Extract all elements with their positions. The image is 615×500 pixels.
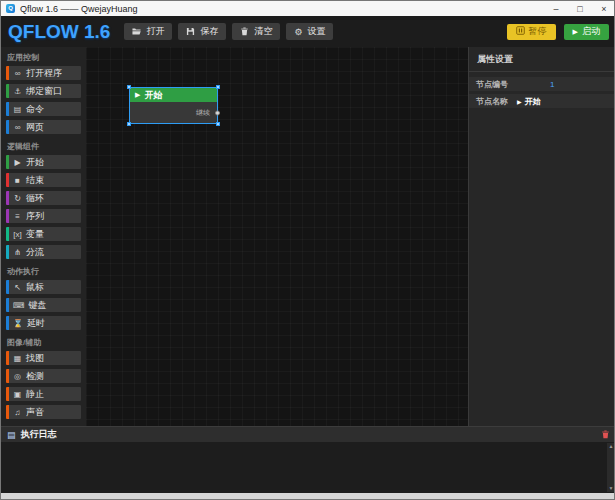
sidebar-item-open-program[interactable]: ∞打开程序 <box>6 66 81 80</box>
sidebar-item-keyboard[interactable]: ⌨键盘 <box>6 298 81 312</box>
detect-icon: ◎ <box>13 372 22 381</box>
toolbar: 打开保存清空⚙设置 <box>124 23 333 40</box>
branch-icon: ⋔ <box>13 248 22 257</box>
scroll-down-icon: ▼ <box>609 485 614 492</box>
save-label: 保存 <box>200 25 218 38</box>
maximize-button[interactable]: □ <box>568 1 592 16</box>
property-label: 节点编号 <box>476 79 508 90</box>
pause-button[interactable]: 暂停 <box>507 24 556 40</box>
image-icon: ▦ <box>13 354 22 363</box>
sidebar-item-label: 结束 <box>26 174 44 187</box>
variable-icon: [x] <box>13 230 22 239</box>
log-icon: ▤ <box>7 430 16 440</box>
anchor-icon: ⚓ <box>13 87 22 96</box>
window-bottom-edge <box>1 493 615 500</box>
start-label: 启动 <box>582 25 600 38</box>
node-output-port[interactable] <box>215 110 220 115</box>
property-row-node-number[interactable]: 节点编号1 <box>469 77 615 91</box>
clear-button[interactable]: 清空 <box>232 23 280 40</box>
sidebar-item-sequence[interactable]: ≡序列 <box>6 209 81 223</box>
node-body: 继续 <box>130 102 217 123</box>
log-title: 执行日志 <box>21 428 57 441</box>
sidebar-item-label: 键盘 <box>29 299 47 312</box>
sidebar-item-end[interactable]: ■结束 <box>6 173 81 187</box>
sidebar-item-still[interactable]: ▣静止 <box>6 387 81 401</box>
property-row-node-name[interactable]: 节点名称▶开始 <box>469 94 615 108</box>
sidebar-item-label: 找图 <box>26 352 44 365</box>
sidebar-item-label: 分流 <box>26 246 44 259</box>
sidebar-item-webpage[interactable]: ∞网页 <box>6 120 81 134</box>
folder-open-icon <box>132 27 141 36</box>
sidebar-item-label: 序列 <box>26 210 44 223</box>
log-body: ▲ ▼ <box>1 442 615 493</box>
sidebar-item-label: 命令 <box>26 103 44 116</box>
trash-icon <box>240 27 249 36</box>
gear-icon: ⚙ <box>294 27 302 37</box>
log-scrollbar[interactable]: ▲ ▼ <box>607 443 615 492</box>
sidebar-item-branch[interactable]: ⋔分流 <box>6 245 81 259</box>
component-sidebar: 应用控制∞打开程序⚓绑定窗口▤命令∞网页逻辑组件▶开始■结束↻循环≡序列[x]变… <box>1 47 86 426</box>
window-title: Qflow 1.6 —— QwejayHuang <box>20 4 138 14</box>
sidebar-item-label: 静止 <box>26 388 44 401</box>
clear-label: 清空 <box>254 25 272 38</box>
sidebar-item-mouse[interactable]: ↖鼠标 <box>6 280 81 294</box>
sidebar-item-variable[interactable]: [x]变量 <box>6 227 81 241</box>
selection-handle[interactable] <box>216 85 220 89</box>
save-button[interactable]: 保存 <box>178 23 226 40</box>
node-start[interactable]: ▶ 开始 继续 <box>129 87 218 124</box>
link-icon: ∞ <box>13 123 22 132</box>
sidebar-section-title: 图像/辅助 <box>1 334 84 351</box>
stop-icon: ■ <box>13 176 22 185</box>
sidebar-item-loop[interactable]: ↻循环 <box>6 191 81 205</box>
play-icon: ▶ <box>517 98 522 105</box>
sidebar-section-title: 逻辑组件 <box>1 138 84 155</box>
sidebar-item-label: 鼠标 <box>26 281 44 294</box>
sidebar-item-command[interactable]: ▤命令 <box>6 102 81 116</box>
sidebar-item-sound[interactable]: ♫声音 <box>6 405 81 419</box>
open-button[interactable]: 打开 <box>124 23 172 40</box>
sidebar-item-delay[interactable]: ⌛延时 <box>6 316 81 330</box>
open-label: 打开 <box>146 25 164 38</box>
sidebar-item-label: 绑定窗口 <box>26 85 62 98</box>
selection-handle[interactable] <box>216 122 220 126</box>
settings-button[interactable]: ⚙设置 <box>286 23 333 40</box>
sidebar-item-find-image[interactable]: ▦找图 <box>6 351 81 365</box>
sound-icon: ♫ <box>13 408 22 417</box>
close-button[interactable]: × <box>592 1 615 16</box>
sidebar-item-label: 声音 <box>26 406 44 419</box>
sidebar-section-action-execution: 动作执行↖鼠标⌨键盘⌛延时 <box>1 263 84 330</box>
app-header: QFLOW 1.6 打开保存清空⚙设置 暂停 ▶ 启动 <box>1 16 615 47</box>
selection-handle[interactable] <box>127 85 131 89</box>
minimize-button[interactable]: – <box>544 1 568 16</box>
app-icon: Q <box>6 4 15 13</box>
settings-label: 设置 <box>307 25 325 38</box>
properties-panel: 属性设置 节点编号1节点名称▶开始 <box>468 47 615 426</box>
property-label: 节点名称 <box>476 96 508 107</box>
sidebar-section-image-assist: 图像/辅助▦找图◎检测▣静止♫声音 <box>1 334 84 419</box>
sidebar-section-title: 动作执行 <box>1 263 84 280</box>
play-icon: ▶ <box>13 158 22 167</box>
sidebar-item-detect[interactable]: ◎检测 <box>6 369 81 383</box>
sidebar-section-logic-components: 逻辑组件▶开始■结束↻循环≡序列[x]变量⋔分流 <box>1 138 84 259</box>
sidebar-item-label: 网页 <box>26 121 44 134</box>
run-controls: 暂停 ▶ 启动 <box>507 24 609 40</box>
pause-icon <box>516 26 525 37</box>
clear-log-button[interactable] <box>601 430 610 439</box>
keyboard-icon: ⌨ <box>13 301 25 310</box>
list-icon: ≡ <box>13 212 22 221</box>
start-button[interactable]: ▶ 启动 <box>564 24 609 40</box>
sidebar-section-app-control: 应用控制∞打开程序⚓绑定窗口▤命令∞网页 <box>1 49 84 134</box>
node-title: 开始 <box>144 89 162 102</box>
node-header: ▶ 开始 <box>130 88 217 102</box>
log-header: ▤ 执行日志 <box>1 426 615 442</box>
properties-rows: 节点编号1节点名称▶开始 <box>469 77 615 108</box>
terminal-icon: ▤ <box>13 105 22 114</box>
selection-handle[interactable] <box>127 122 131 126</box>
sidebar-item-bind-window[interactable]: ⚓绑定窗口 <box>6 84 81 98</box>
flow-canvas[interactable]: ▶ 开始 继续 <box>86 47 468 426</box>
sidebar-item-label: 循环 <box>26 192 44 205</box>
sidebar-item-label: 检测 <box>26 370 44 383</box>
sidebar-item-start[interactable]: ▶开始 <box>6 155 81 169</box>
loop-icon: ↻ <box>13 194 22 203</box>
save-icon <box>186 27 195 36</box>
